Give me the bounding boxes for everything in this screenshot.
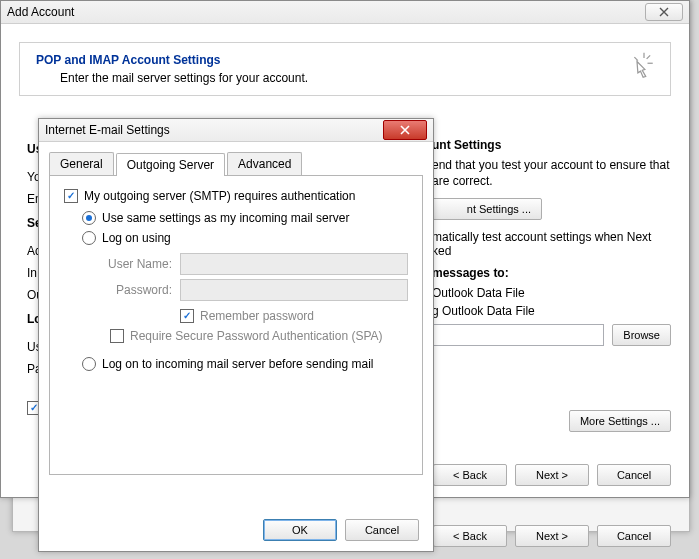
svg-line-3 <box>634 57 638 61</box>
data-file-path-input[interactable] <box>432 324 604 346</box>
password-label: Password: <box>92 283 172 297</box>
cursor-icon <box>630 51 658 79</box>
tab-outgoing-server[interactable]: Outgoing Server <box>116 153 225 176</box>
wizard-heading: POP and IMAP Account Settings <box>36 53 654 67</box>
user-name-label: User Name: <box>92 257 172 271</box>
log-on-incoming-first-radio[interactable]: Log on to incoming mail server before se… <box>82 357 373 371</box>
test-account-settings-button[interactable]: nt Settings ... <box>432 198 542 220</box>
back-button[interactable]: < Back <box>433 464 507 486</box>
svg-line-2 <box>647 55 651 59</box>
outgoing-server-panel: ✓ My outgoing server (SMTP) requires aut… <box>49 175 423 475</box>
dialog-close-button[interactable] <box>383 120 427 140</box>
ok-button[interactable]: OK <box>263 519 337 541</box>
close-button[interactable] <box>645 3 683 21</box>
wizard-header: POP and IMAP Account Settings Enter the … <box>19 42 671 96</box>
add-account-titlebar: Add Account <box>1 1 689 24</box>
outer-wizard-footer: < Back Next > Cancel <box>433 525 671 547</box>
tab-general[interactable]: General <box>49 152 114 175</box>
cancel-button[interactable]: Cancel <box>597 464 671 486</box>
internet-email-settings-dialog: Internet E-mail Settings General Outgoin… <box>38 118 434 552</box>
dialog-title: Internet E-mail Settings <box>45 123 383 137</box>
browse-button[interactable]: Browse <box>612 324 671 346</box>
outer-cancel-button[interactable]: Cancel <box>597 525 671 547</box>
add-account-title: Add Account <box>7 5 645 19</box>
dialog-titlebar: Internet E-mail Settings <box>39 119 433 142</box>
next-button[interactable]: Next > <box>515 464 589 486</box>
dialog-footer: OK Cancel <box>263 519 419 541</box>
dialog-cancel-button[interactable]: Cancel <box>345 519 419 541</box>
outer-back-button[interactable]: < Back <box>433 525 507 547</box>
more-settings-button[interactable]: More Settings ... <box>569 410 671 432</box>
smtp-password-input <box>180 279 408 301</box>
use-same-settings-radio[interactable]: Use same settings as my incoming mail se… <box>82 211 349 225</box>
deliver-existing-file[interactable]: g Outlook Data File <box>432 304 671 318</box>
deliver-new-file[interactable]: Outlook Data File <box>432 286 671 300</box>
smtp-requires-auth-checkbox[interactable]: ✓ My outgoing server (SMTP) requires aut… <box>64 189 355 203</box>
wizard-subheading: Enter the mail server settings for your … <box>60 71 654 85</box>
wizard-footer: < Back Next > Cancel <box>433 464 671 486</box>
remember-password-checkbox: ✓ Remember password <box>180 309 314 323</box>
tab-strip: General Outgoing Server Advanced <box>49 152 423 175</box>
log-on-using-radio[interactable]: Log on using <box>82 231 171 245</box>
require-spa-checkbox: Require Secure Password Authentication (… <box>110 329 383 343</box>
outer-next-button[interactable]: Next > <box>515 525 589 547</box>
smtp-username-input <box>180 253 408 275</box>
tab-advanced[interactable]: Advanced <box>227 152 302 175</box>
deliver-heading: messages to: <box>432 266 671 280</box>
